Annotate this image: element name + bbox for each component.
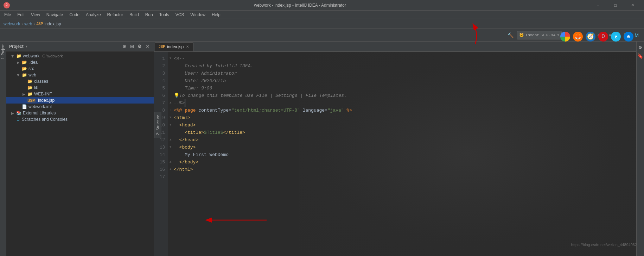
toolbar-hammer-btn[interactable]: 🔨	[506, 31, 515, 40]
tree-item-scratches[interactable]: ▶ 🗒 Scratches and Consoles	[6, 116, 154, 123]
right-tab-icon2[interactable]: 🔖	[637, 53, 643, 59]
maximize-button[interactable]: □	[607, 2, 623, 9]
label-web: web	[28, 73, 36, 77]
label-scratches: Scratches and Consoles	[22, 117, 68, 122]
tree-item-classes[interactable]: ▶ 📂 classes	[6, 78, 154, 85]
linenum-5: 5	[154, 85, 168, 92]
firefox-icon[interactable]: 🦊	[573, 32, 583, 42]
menu-vcs[interactable]: VCS	[173, 12, 187, 18]
menu-run[interactable]: Run	[142, 12, 156, 18]
breadcrumb-webwork[interactable]: webwork	[4, 21, 20, 26]
code-line-9: ▼ <html>	[174, 114, 631, 121]
code-line-12: ▲ </head>	[174, 136, 631, 144]
toolbar: 🔨 🐱 Tomcat 9.0.34 ▾ ▶ 🐛 ⚙ ⊕ ▾ 📁 M	[0, 29, 644, 42]
menu-build[interactable]: Build	[127, 12, 142, 18]
tomcat-dropdown[interactable]: 🐱 Tomcat 9.0.34 ▾	[517, 31, 562, 39]
menu-view[interactable]: View	[28, 12, 43, 18]
tree-item-lib[interactable]: ▶ 📂 lib	[6, 85, 154, 91]
project-header-label: Project	[9, 44, 24, 49]
menu-bar: File Edit View Navigate Code Analyze Ref…	[0, 11, 644, 19]
right-tab-icon1[interactable]: ⚙	[639, 44, 642, 50]
edge-icon[interactable]: e	[624, 32, 633, 42]
label-webwork: webwork	[23, 54, 39, 58]
watermark: https://blog.csdn.net/weixin_44894962	[571, 243, 637, 247]
project-dropdown-arrow[interactable]: ▾	[26, 44, 27, 48]
chrome-icon[interactable]	[560, 32, 570, 42]
linenum-13: 13	[154, 144, 168, 151]
file-icon-indexjsp: JSP	[27, 99, 36, 102]
tree-item-iml[interactable]: ▶ 📄 webwork.iml	[6, 104, 154, 110]
arrow-extlibs: ▶	[11, 111, 15, 115]
menu-help[interactable]: Help	[209, 12, 223, 18]
tomcat-icon: 🐱	[519, 33, 524, 37]
menu-window[interactable]: Window	[187, 12, 208, 18]
structure-tab[interactable]: Z: Structure	[154, 112, 161, 138]
breadcrumb-indexjsp[interactable]: index.jsp	[44, 21, 61, 26]
tomcat-label: Tomcat 9.0.34	[525, 33, 556, 37]
code-line-14: My First WebDemo	[174, 151, 631, 158]
close-button[interactable]: ✕	[625, 2, 640, 9]
menu-file[interactable]: File	[1, 12, 14, 18]
label-lib: lib	[34, 85, 38, 90]
menu-tools[interactable]: Tools	[157, 12, 172, 18]
menu-analyze[interactable]: Analyze	[83, 12, 104, 18]
code-line-3: User: Administrator	[174, 70, 631, 77]
browser-icons: 🦊 🧭 O e e	[560, 32, 633, 42]
tab-close-indexjsp[interactable]: ✕	[185, 45, 190, 49]
tab-label-indexjsp: index.jsp	[167, 44, 184, 49]
menu-refactor[interactable]: Refactor	[104, 12, 126, 18]
minimize-button[interactable]: –	[590, 2, 606, 9]
tree-item-webwork[interactable]: ▶ 📁 webwork G:\webwork	[6, 53, 154, 59]
folder-icon-lib: 📂	[27, 85, 33, 90]
hide-panel-btn[interactable]: ✕	[144, 43, 151, 50]
label-indexjsp: index.jsp	[38, 98, 55, 103]
label-classes: classes	[34, 79, 48, 84]
tree-item-src[interactable]: ▶ 📂 src	[6, 65, 154, 72]
arrow-webwork: ▶	[11, 54, 15, 58]
breadcrumb-web[interactable]: web	[24, 21, 32, 26]
line-numbers: 1 2 3 4 5 6 7 8 9 10 11 12 13 14 15 16 1…	[154, 52, 168, 256]
collapse-all-btn[interactable]: ⊟	[128, 43, 135, 50]
label-src: src	[28, 66, 34, 71]
breadcrumb-indexjsp-icon: JSP	[36, 22, 43, 26]
folder-icon-classes: 📂	[27, 79, 33, 84]
right-tab-strip: ⚙ 🔖	[636, 42, 644, 256]
code-lines[interactable]: ▼ <%-- Created by IntelliJ IDEA. User: A…	[168, 52, 636, 256]
code-line-4: Date: 2020/6/15	[174, 77, 631, 85]
tree-item-idea[interactable]: ▶ 📂 .idea	[6, 59, 154, 65]
code-content[interactable]: 1 2 3 4 5 6 7 8 9 10 11 12 13 14 15 16 1…	[154, 52, 636, 256]
opera-icon[interactable]: O	[598, 32, 608, 42]
new-folder-btn[interactable]: ⊕	[121, 43, 128, 50]
project-header: Project ▾ ⊕ ⊟ ⚙ ✕	[6, 42, 154, 51]
code-line-15: ▲ </body>	[174, 158, 631, 166]
arrow-web: ▶	[17, 73, 20, 77]
project-tab[interactable]: 1: Project	[0, 42, 6, 62]
tab-bar: JSP index.jsp ✕	[154, 42, 636, 52]
safari-icon[interactable]: 🧭	[586, 32, 595, 42]
title-bar-left: J	[4, 2, 10, 8]
project-header-actions: ⊕ ⊟ ⚙ ✕	[121, 43, 151, 50]
code-line-11: <title>$Title$</title>	[174, 129, 631, 136]
tree-item-webinf[interactable]: ▶ 📁 WEB-INF	[6, 91, 154, 97]
file-tree: ▶ 📁 webwork G:\webwork ▶ 📂 .idea ▶ 📂 src	[6, 51, 154, 256]
tab-icon-indexjsp: JSP	[159, 45, 165, 49]
linenum-15: 15	[154, 158, 168, 166]
tab-indexjsp[interactable]: JSP index.jsp ✕	[155, 42, 193, 51]
tree-item-indexjsp[interactable]: ▶ JSP index.jsp	[6, 97, 154, 104]
linenum-17: 17	[154, 173, 168, 181]
tree-item-extlibs[interactable]: ▶ 📚 External Libraries	[6, 110, 154, 116]
settings-btn[interactable]: ⚙	[136, 43, 143, 50]
menu-navigate[interactable]: Navigate	[44, 12, 66, 18]
title-bar-controls: – □ ✕	[590, 2, 640, 9]
code-line-2: Created by IntelliJ IDEA.	[174, 62, 631, 70]
code-line-6: 💡To change this template use File | Sett…	[174, 92, 631, 99]
ie-icon[interactable]: e	[611, 32, 621, 42]
label-iml: webwork.iml	[28, 104, 52, 109]
code-line-5: Time: 9:06	[174, 85, 631, 92]
linenum-2: 2	[154, 62, 168, 70]
tree-item-web[interactable]: ▶ 📁 web	[6, 72, 154, 78]
menu-edit[interactable]: Edit	[14, 12, 27, 18]
menu-code[interactable]: Code	[66, 12, 82, 18]
breadcrumb-sep1: ›	[21, 21, 23, 26]
file-icon-iml: 📄	[22, 104, 27, 109]
